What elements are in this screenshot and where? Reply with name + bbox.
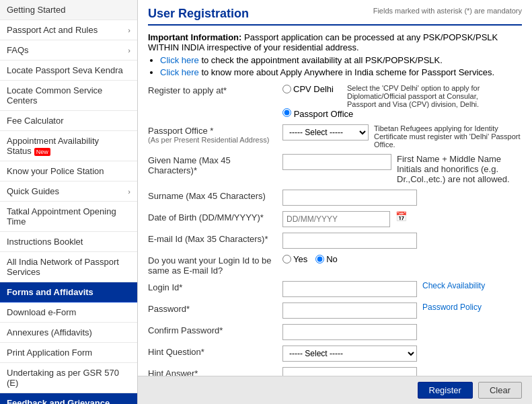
sidebar-item-passport-act[interactable]: Passport Act and Rules›	[0, 20, 137, 40]
hint-question-label: Hint Question*	[148, 346, 282, 357]
click-here-link-1[interactable]: Click here	[160, 55, 199, 65]
confirm-password-row: Confirm Password*	[148, 324, 522, 340]
passport-office-row: Passport Office * (As per Present Reside…	[148, 124, 522, 149]
given-name-help: First Name + Middle Name	[397, 154, 522, 164]
sidebar-item-fee[interactable]: Fee Calculator	[0, 111, 137, 131]
login-id-row: Login Id* Check Availability	[148, 281, 522, 297]
login-same-radio-group: Yes No	[282, 254, 338, 264]
calendar-icon[interactable]: 📅	[395, 211, 407, 222]
info-box: Important Information: Passport applicat…	[148, 32, 522, 77]
footer-bar: Register Clear	[138, 376, 532, 404]
cpv-help: Select the 'CPV Delhi' option to apply f…	[347, 84, 495, 108]
password-label: Password*	[148, 302, 282, 314]
sidebar-item-download[interactable]: Download e-Form	[0, 302, 137, 323]
mandatory-note: Fields marked with asterisk (*) are mand…	[373, 7, 522, 15]
no-radio[interactable]	[315, 255, 324, 264]
passport-office-option[interactable]: Passport Office	[282, 108, 353, 119]
dob-input[interactable]	[282, 211, 390, 227]
click-here-link-2[interactable]: Click here	[160, 67, 199, 77]
sidebar-item-quick-guides[interactable]: Quick Guides›	[0, 181, 137, 202]
login-same-row: Do you want your Login Id to be same as …	[148, 254, 522, 276]
sidebar-item-instructions[interactable]: Instructions Booklet	[0, 232, 137, 252]
dob-row: Date of Birth (DD/MM/YYYY)* 📅	[148, 211, 522, 227]
sidebar-item-locate-csc[interactable]: Locate Common Service Centers	[0, 81, 137, 111]
confirm-password-input[interactable]	[282, 324, 417, 340]
email-row: E-mail Id (Max 35 Characters)*	[148, 233, 522, 249]
passport-office-sublabel: (As per Present Residential Address)	[148, 136, 276, 144]
surname-row: Surname (Max 45 Characters)	[148, 190, 522, 206]
register-apply-row: Register to apply at* CPV Delhi Select t…	[148, 84, 522, 108]
sidebar-item-annexures[interactable]: Annexures (Affidavits)	[0, 323, 137, 343]
sidebar-item-print[interactable]: Print Application Form	[0, 343, 137, 363]
surname-input[interactable]	[282, 190, 417, 206]
hint-question-select[interactable]: ----- Select -----	[282, 346, 417, 362]
confirm-password-label: Confirm Password*	[148, 324, 282, 335]
sidebar-item-faqs[interactable]: FAQs›	[0, 40, 137, 60]
passport-office-label: Passport Office *	[148, 126, 276, 136]
given-name-label: Given Name (Max 45 Characters)*	[148, 154, 282, 175]
passport-office-radio-row: Passport Office	[148, 108, 522, 119]
cpv-radio[interactable]	[282, 85, 291, 93]
login-id-label: Login Id*	[148, 281, 282, 292]
important-info: Important Information: Passport applicat…	[148, 32, 522, 52]
register-button[interactable]: Register	[418, 382, 473, 399]
email-input[interactable]	[282, 233, 417, 249]
hint-question-row: Hint Question* ----- Select -----	[148, 346, 522, 362]
sidebar-section-feedback: Feedback and Grievance	[0, 393, 137, 404]
password-input[interactable]	[282, 302, 417, 319]
sidebar: Getting Started Passport Act and Rules› …	[0, 0, 138, 404]
sidebar-item-appointment[interactable]: Appointment Availability StatusNew	[0, 131, 137, 161]
yes-radio[interactable]	[282, 255, 291, 264]
given-name-row: Given Name (Max 45 Characters)* First Na…	[148, 154, 522, 184]
new-badge: New	[34, 148, 50, 156]
cpv-delhi-option[interactable]: CPV Delhi	[282, 84, 334, 94]
sidebar-item-getting-started[interactable]: Getting Started	[0, 0, 137, 20]
sidebar-item-police[interactable]: Know your Police Station	[0, 161, 137, 181]
arrow-icon: ›	[128, 188, 130, 196]
login-id-input[interactable]	[282, 281, 417, 297]
yes-option[interactable]: Yes	[282, 254, 307, 264]
login-same-label: Do you want your Login Id to be same as …	[148, 254, 282, 276]
hint-answer-input[interactable]	[282, 367, 417, 376]
main-content: Fields marked with asterisk (*) are mand…	[138, 0, 532, 376]
arrow-icon: ›	[128, 46, 130, 54]
sidebar-section-forms: Forms and Affidavits	[0, 282, 137, 302]
surname-label: Surname (Max 45 Characters)	[148, 190, 282, 201]
sidebar-item-all-india[interactable]: All India Network of Passport Services	[0, 252, 137, 282]
register-radio-group: CPV Delhi	[282, 84, 342, 94]
bullet-2: Click here to know more about Apply Anyw…	[160, 67, 522, 77]
password-policy-link[interactable]: Password Policy	[422, 302, 482, 312]
dob-label: Date of Birth (DD/MM/YYYY)*	[148, 211, 282, 223]
given-name-help2: Initials and honorifics (e.g. Dr.,Col.,e…	[397, 164, 522, 184]
sidebar-item-undertaking[interactable]: Undertaking as per GSR 570 (E)	[0, 363, 137, 393]
sidebar-item-locate-psk[interactable]: Locate Passport Seva Kendra	[0, 60, 137, 81]
hint-answer-row: Hint Answer*	[148, 367, 522, 376]
bullet-1: Click here to check the appointment avai…	[160, 55, 522, 65]
passport-office-help: Tibetan Refugees applying for Identity C…	[374, 124, 522, 149]
hint-answer-label: Hint Answer*	[148, 367, 282, 376]
registration-form: Register to apply at* CPV Delhi Select t…	[148, 84, 522, 376]
password-row: Password* Password Policy	[148, 302, 522, 319]
email-label: E-mail Id (Max 35 Characters)*	[148, 233, 282, 244]
arrow-icon: ›	[128, 26, 130, 34]
check-availability-link[interactable]: Check Availability	[422, 281, 485, 290]
passport-office-select[interactable]: ----- Select -----	[282, 124, 369, 140]
register-apply-label: Register to apply at*	[148, 84, 282, 95]
given-name-input[interactable]	[282, 154, 391, 170]
clear-button[interactable]: Clear	[478, 382, 522, 399]
sidebar-item-tatkal[interactable]: Tatkal Appointment Opening Time	[0, 202, 137, 232]
passport-radio[interactable]	[282, 108, 291, 117]
no-option[interactable]: No	[315, 254, 338, 264]
